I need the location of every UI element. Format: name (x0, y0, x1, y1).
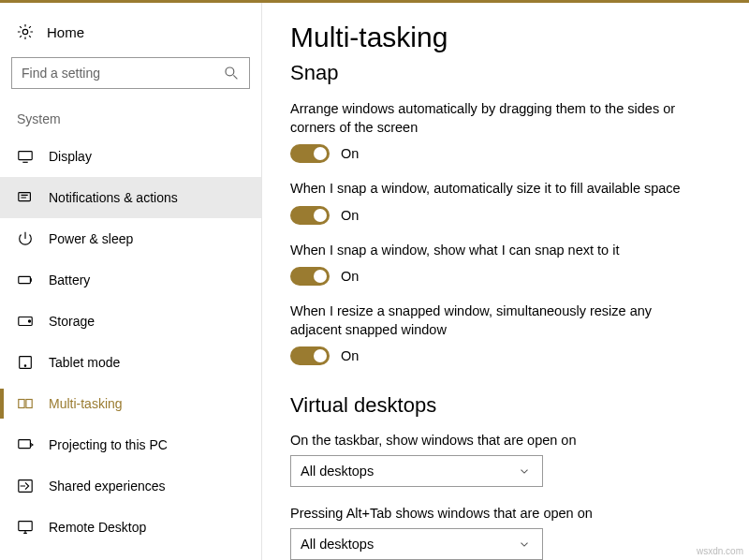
search-icon (223, 65, 240, 81)
sidebar-item-notifications[interactable]: Notifications & actions (0, 177, 261, 218)
sidebar-item-label: Battery (49, 273, 90, 287)
snap-setting-resize-adjacent: When I resize a snapped window, simultan… (290, 302, 702, 365)
tablet-icon (17, 354, 34, 371)
select-value: All desktops (301, 537, 374, 552)
vd-taskbar-select[interactable]: All desktops (290, 455, 543, 487)
notifications-icon (17, 189, 34, 206)
projecting-icon (17, 436, 34, 453)
section-label: System (0, 106, 261, 136)
snap-setting-autosize: When I snap a window, automatically size… (290, 180, 702, 225)
toggle-state: On (341, 348, 359, 363)
vd-taskbar-label: On the taskbar, show windows that are op… (290, 433, 721, 448)
multitasking-icon (17, 395, 34, 412)
vd-alttab-select[interactable]: All desktops (290, 528, 543, 560)
svg-point-0 (22, 29, 27, 34)
sidebar-item-power[interactable]: Power & sleep (0, 218, 261, 259)
toggle-state: On (341, 269, 359, 284)
shared-icon (17, 478, 34, 494)
select-value: All desktops (301, 464, 374, 479)
svg-rect-13 (19, 522, 32, 531)
storage-icon (17, 313, 34, 330)
sidebar-item-label: Storage (49, 314, 95, 329)
svg-rect-4 (19, 276, 31, 283)
toggle-show-next[interactable] (290, 267, 330, 286)
toggle-state: On (341, 208, 359, 223)
watermark: wsxdn.com (697, 546, 743, 556)
setting-text: When I snap a window, automatically size… (290, 180, 702, 199)
svg-rect-11 (19, 440, 31, 449)
toggle-autosize[interactable] (290, 206, 330, 225)
sidebar-item-display[interactable]: Display (0, 136, 261, 177)
home-label: Home (47, 24, 84, 40)
chevron-down-icon (516, 463, 533, 479)
sidebar-item-battery[interactable]: Battery (0, 259, 261, 301)
sidebar-item-shared[interactable]: Shared experiences (0, 465, 261, 507)
gear-icon (17, 23, 34, 40)
setting-text: Arrange windows automatically by draggin… (290, 100, 702, 137)
sidebar-item-label: Remote Desktop (49, 520, 146, 535)
sidebar-item-tablet-mode[interactable]: Tablet mode (0, 342, 261, 383)
svg-rect-9 (19, 400, 24, 408)
sidebar-item-label: Multi-tasking (49, 396, 123, 411)
toggle-arrange-windows[interactable] (290, 144, 330, 163)
sidebar-item-label: Display (49, 149, 92, 164)
vd-section-title: Virtual desktops (290, 393, 721, 418)
sidebar: Home System Display Notific (0, 3, 262, 560)
power-icon (17, 230, 34, 247)
search-input-container[interactable] (11, 57, 250, 89)
sidebar-item-label: Notifications & actions (49, 190, 178, 205)
page-title: Multi-tasking (290, 22, 721, 53)
setting-text: When I resize a snapped window, simultan… (290, 302, 702, 339)
sidebar-item-multitasking[interactable]: Multi-tasking (0, 383, 261, 424)
snap-setting-shownext: When I snap a window, show what I can sn… (290, 242, 702, 287)
svg-point-6 (28, 320, 30, 322)
chevron-down-icon (516, 536, 533, 553)
display-icon (17, 148, 34, 165)
sidebar-item-label: Shared experiences (49, 479, 166, 494)
snap-section-title: Snap (290, 61, 721, 85)
sidebar-item-projecting[interactable]: Projecting to this PC (0, 424, 261, 465)
nav: Display Notifications & actions Power & … (0, 136, 261, 548)
main-content: Multi-tasking Snap Arrange windows autom… (262, 3, 749, 560)
setting-text: When I snap a window, show what I can sn… (290, 242, 702, 260)
svg-point-1 (226, 67, 234, 76)
sidebar-item-label: Tablet mode (49, 355, 120, 370)
toggle-state: On (341, 146, 359, 161)
battery-icon (17, 272, 34, 288)
vd-alttab-label: Pressing Alt+Tab shows windows that are … (290, 506, 721, 521)
home-button[interactable]: Home (0, 23, 261, 57)
sidebar-item-label: Power & sleep (49, 231, 133, 246)
search-input[interactable] (22, 66, 223, 81)
sidebar-item-storage[interactable]: Storage (0, 301, 261, 342)
remote-icon (17, 519, 34, 536)
svg-rect-3 (19, 193, 31, 201)
svg-point-8 (24, 365, 25, 366)
svg-rect-10 (26, 400, 32, 408)
sidebar-item-remote-desktop[interactable]: Remote Desktop (0, 507, 261, 548)
sidebar-item-label: Projecting to this PC (49, 437, 168, 452)
snap-setting-arrange: Arrange windows automatically by draggin… (290, 100, 702, 163)
toggle-resize-adjacent[interactable] (290, 346, 330, 365)
svg-rect-2 (19, 152, 32, 160)
